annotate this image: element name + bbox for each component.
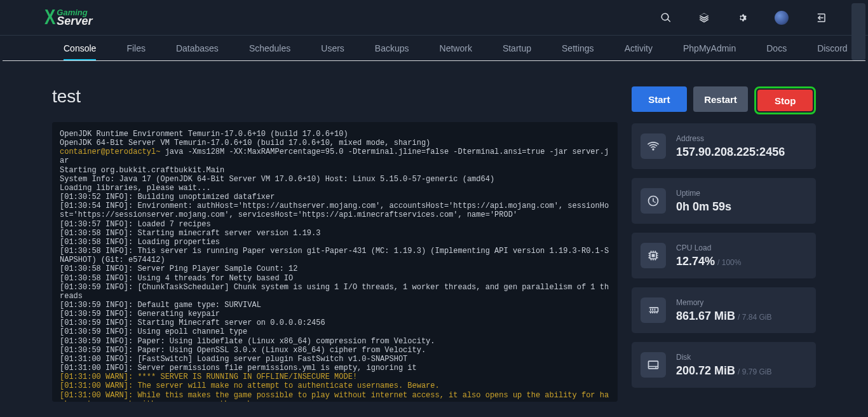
console-output[interactable]: OpenJDK Runtime Environment Temurin-17.0…	[52, 122, 618, 402]
console-line: [01:30:58 INFO]: Using 4 threads for Net…	[60, 274, 293, 283]
console-line: [01:31:00 INFO]: [FastSwitch] Loading se…	[60, 355, 407, 364]
stat-cpu: CPU Load 12.74%/ 100%	[632, 233, 816, 278]
console-line: OpenJDK 64-Bit Server VM Temurin-17.0.6+…	[60, 139, 430, 147]
nav-files[interactable]: Files	[126, 37, 146, 60]
topbar: X Gaming Server	[0, 0, 868, 35]
memory-icon	[647, 304, 660, 317]
nav-users[interactable]: Users	[321, 37, 344, 60]
stat-uptime-label: Uptime	[676, 189, 807, 198]
console-line: OpenJDK Runtime Environment Temurin-17.0…	[60, 130, 348, 139]
console-line: [01:30:59 INFO]: Generating keypair	[60, 310, 220, 318]
console-line: [01:30:58 INFO]: Loading properties	[60, 238, 220, 247]
layers-icon[interactable]	[698, 12, 710, 24]
console-line: [01:30:52 INFO]: Building unoptimized da…	[60, 193, 275, 202]
stat-disk-value: 200.72 MiB/ 9.79 GiB	[676, 364, 807, 378]
console-warn: [01:31:00 WARN]: While this makes the ga…	[60, 391, 609, 402]
stat-disk-label: Disk	[676, 353, 807, 362]
console-line: [01:30:59 INFO]: Paper: Using OpenSSL 3.…	[60, 346, 426, 355]
stat-disk: Disk 200.72 MiB/ 9.79 GiB	[632, 342, 816, 388]
search-icon[interactable]	[660, 12, 672, 24]
console-line: [01:30:59 INFO]: Starting Minecraft serv…	[60, 318, 325, 327]
console-line: System Info: Java 17 (OpenJDK 64-Bit Ser…	[60, 175, 494, 184]
console-line: Loading libraries, please wait...	[60, 184, 211, 193]
logo-mark-icon: X	[44, 5, 55, 30]
nav-settings[interactable]: Settings	[562, 37, 594, 60]
settings-icon[interactable]	[736, 12, 748, 24]
stat-uptime: Uptime 0h 0m 59s	[632, 178, 816, 224]
console-line: [01:30:58 INFO]: Server Ping Player Samp…	[60, 264, 297, 273]
stop-button[interactable]: Stop	[757, 90, 813, 111]
nav-console[interactable]: Console	[64, 37, 96, 60]
stat-address-label: Address	[676, 134, 807, 143]
user-avatar[interactable]	[775, 11, 789, 25]
wifi-icon	[647, 140, 660, 153]
stat-address-value: 157.90.208.225:2456	[676, 146, 807, 159]
stat-cpu-value: 12.74%/ 100%	[676, 255, 807, 268]
console-line: [01:30:59 INFO]: Paper: Using libdeflate…	[60, 337, 435, 346]
console-line: [01:30:59 INFO]: Using epoll channel typ…	[60, 327, 247, 336]
clock-icon	[647, 195, 660, 207]
nav-backups[interactable]: Backups	[375, 37, 409, 60]
cpu-icon	[647, 249, 660, 262]
stat-address: Address 157.90.208.225:2456	[632, 123, 816, 169]
logout-icon[interactable]	[815, 12, 827, 24]
nav-docs[interactable]: Docs	[766, 37, 787, 60]
console-line: Starting org.bukkit.craftbukkit.Main	[60, 166, 224, 175]
server-nav: Console Files Databases Schedules Users …	[0, 35, 868, 60]
console-line: [01:30:58 INFO]: Starting minecraft serv…	[60, 229, 320, 238]
console-line: [01:30:59 INFO]: [ChunkTaskScheduler] Ch…	[60, 283, 609, 301]
brand-text-bottom: Server	[57, 15, 92, 27]
console-line: [01:30:59 INFO]: Default game type: SURV…	[60, 301, 261, 310]
stat-memory: Memory 861.67 MiB/ 7.84 GiB	[632, 287, 816, 333]
server-title: test	[52, 86, 618, 107]
console-prompt: container@pterodactyl~	[60, 147, 160, 156]
stat-uptime-value: 0h 0m 59s	[676, 200, 807, 214]
console-line: [01:30:57 INFO]: Loaded 7 recipes	[60, 220, 211, 229]
console-line: [01:31:00 INFO]: Server permissions file…	[60, 364, 417, 373]
console-line: [01:30:58 INFO]: This server is running …	[60, 247, 609, 264]
nav-phpmyadmin[interactable]: PhpMyAdmin	[683, 37, 736, 60]
console-warn: [01:31:00 WARN]: **** SERVER IS RUNNING …	[60, 373, 357, 381]
nav-network[interactable]: Network	[440, 37, 472, 60]
nav-activity[interactable]: Activity	[625, 37, 653, 60]
power-actions: Start Restart Stop	[632, 86, 816, 114]
start-button[interactable]: Start	[632, 86, 687, 112]
console-warn: [01:31:00 WARN]: The server will make no…	[60, 381, 440, 390]
stat-memory-label: Memory	[676, 298, 807, 307]
stat-memory-value: 861.67 MiB/ 7.84 GiB	[676, 310, 807, 323]
brand-logo[interactable]: X Gaming Server	[44, 8, 92, 27]
stop-highlight: Stop	[754, 86, 816, 114]
nav-startup[interactable]: Startup	[503, 37, 531, 60]
nav-databases[interactable]: Databases	[176, 37, 219, 60]
stat-cpu-label: CPU Load	[676, 243, 807, 252]
disk-icon	[647, 359, 660, 371]
topbar-actions	[660, 11, 827, 25]
nav-schedules[interactable]: Schedules	[249, 37, 290, 60]
console-line: [01:30:54 INFO]: Environment: authHost='…	[60, 202, 609, 219]
nav-discord[interactable]: Discord	[817, 37, 847, 60]
page-scrollbar[interactable]	[851, 3, 865, 60]
restart-button[interactable]: Restart	[693, 86, 749, 112]
